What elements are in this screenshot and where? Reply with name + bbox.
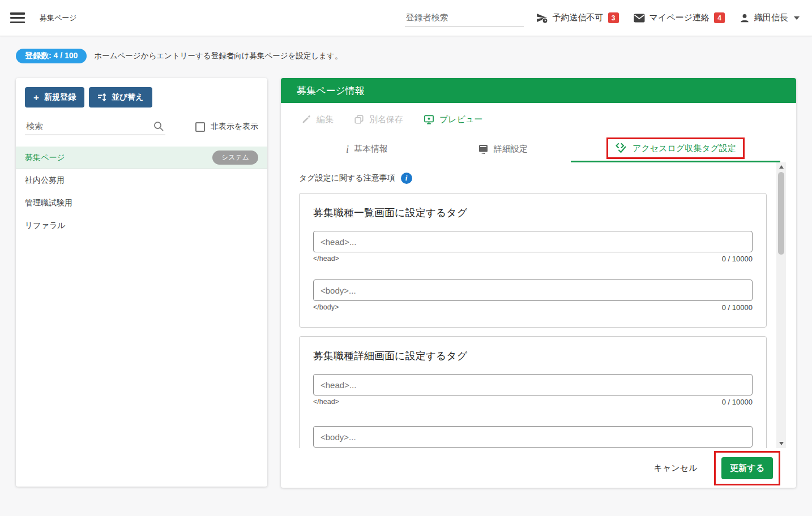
pencil-icon <box>301 114 311 124</box>
preview-label: プレビュー <box>439 114 482 125</box>
page-subheader: 登録数: 4 / 100 ホームページからエントリーする登録者向け募集ページを設… <box>0 36 812 63</box>
panel-title-bar: 募集ページ情報 <box>281 78 796 103</box>
section-title: 募集職種一覧画面に設定するタグ <box>313 206 753 220</box>
top-navbar: 募集ページ 予約送信不可 3 マイページ連絡 4 織田信長 <box>0 0 812 36</box>
mail-icon <box>634 14 645 23</box>
head-tag-input[interactable] <box>313 374 753 395</box>
info-icon[interactable]: i <box>401 173 412 184</box>
show-hidden-toggle[interactable]: 非表示を表示 <box>195 122 258 135</box>
mypage-contact-count-badge: 4 <box>714 12 725 23</box>
scrollbar-thumb[interactable] <box>778 172 784 255</box>
schedule-send-icon <box>536 12 548 24</box>
new-registration-label: 新規登録 <box>44 92 76 102</box>
scrollbar-up-arrow[interactable] <box>776 162 786 171</box>
list-item-manager-exam[interactable]: 管理職試験用 <box>16 192 267 214</box>
undeliverable-count-badge: 3 <box>608 12 619 23</box>
info-italic-icon: i <box>346 144 349 154</box>
recruit-page-info-panel: 募集ページ情報 編集 別名保存 プレビュー <box>281 78 796 488</box>
list-item-label: リファラル <box>25 221 66 231</box>
update-button[interactable]: 更新する <box>721 457 773 479</box>
list-item-label: 社内公募用 <box>25 175 65 186</box>
body-tag-input[interactable] <box>313 426 753 448</box>
nav-item-undeliverable[interactable]: 予約送信不可 3 <box>536 12 619 24</box>
tag-section-detail-screen: 募集職種詳細画面に設定するタグ </head> 0 / 10000 <box>299 336 767 448</box>
content-area: + 新規登録 並び替え <box>0 63 812 488</box>
new-registration-button[interactable]: + 新規登録 <box>25 87 84 108</box>
sort-button[interactable]: 並び替え <box>89 87 152 108</box>
edit-label: 編集 <box>317 114 334 125</box>
tab-detail-settings[interactable]: 詳細設定 <box>435 136 571 162</box>
list-item-referral[interactable]: リファラル <box>16 214 267 237</box>
head-close-tag-label: </head> <box>313 398 339 408</box>
red-annotation-box-update: 更新する <box>714 451 780 485</box>
head-tag-input[interactable] <box>313 231 753 252</box>
sidebar-controls: + 新規登録 並び替え <box>16 87 267 135</box>
chevron-down-icon <box>794 16 800 20</box>
head-tag-field: </head> 0 / 10000 <box>313 374 753 408</box>
tab-access-log-tag-settings[interactable]: アクセスログ収集タグ設定 <box>571 136 780 162</box>
save-as-label: 別名保存 <box>369 114 403 125</box>
list-item-label: 管理職試験用 <box>25 198 72 208</box>
plus-icon: + <box>33 93 39 102</box>
body-close-tag-label: </body> <box>313 303 339 313</box>
head-tag-field: </head> 0 / 10000 <box>313 231 753 265</box>
body-tag-input[interactable] <box>313 280 753 301</box>
copy-icon <box>354 114 364 124</box>
red-annotation-box-tab: アクセスログ収集タグ設定 <box>606 137 745 159</box>
save-as-button[interactable]: 別名保存 <box>354 114 403 125</box>
edit-button[interactable]: 編集 <box>301 114 334 125</box>
scrollbar-down-arrow[interactable] <box>776 439 786 448</box>
body-tag-field: </body> 0 / 10000 <box>313 280 753 313</box>
navbar-right-cluster: 予約送信不可 3 マイページ連絡 4 織田信長 <box>536 12 800 24</box>
char-counter: 0 / 10000 <box>722 398 753 408</box>
user-menu[interactable]: 織田信長 <box>740 12 800 23</box>
sidebar-search <box>25 118 165 135</box>
sort-button-label: 並び替え <box>112 92 144 102</box>
panel-footer: キャンセル 更新する <box>281 448 796 488</box>
tab-bar: i 基本情報 詳細設定 アクセスログ収集タグ設定 <box>281 136 796 162</box>
preview-button[interactable]: プレビュー <box>424 114 482 125</box>
registrant-search <box>405 9 524 27</box>
head-close-tag-label: </head> <box>313 255 339 265</box>
cancel-button[interactable]: キャンセル <box>654 463 698 474</box>
tag-notice-label: タグ設定に関する注意事項 <box>299 173 395 183</box>
sort-icon <box>97 93 106 102</box>
app-title: 募集ページ <box>40 13 77 23</box>
code-check-icon <box>615 142 627 154</box>
page-list-sidebar: + 新規登録 並び替え <box>16 78 267 487</box>
system-badge: システム <box>212 150 258 165</box>
person-icon <box>740 13 750 23</box>
char-counter: 0 / 10000 <box>722 255 753 265</box>
list-item-internal-posting[interactable]: 社内公募用 <box>16 169 267 192</box>
tab-basic-info[interactable]: i 基本情報 <box>299 136 435 162</box>
web-asset-icon <box>478 144 489 154</box>
page-list: 募集ページ システム 社内公募用 管理職試験用 リファラル <box>16 147 267 237</box>
body-tag-field <box>313 426 753 448</box>
nav-item-mypage-contact[interactable]: マイページ連絡 4 <box>634 12 725 23</box>
nav-item-label: 予約送信不可 <box>553 12 604 23</box>
user-name: 織田信長 <box>754 12 788 23</box>
vertical-scrollbar[interactable] <box>776 162 786 448</box>
char-counter: 0 / 10000 <box>722 303 753 313</box>
sidebar-search-input[interactable] <box>25 118 165 135</box>
list-item-recruit-page[interactable]: 募集ページ システム <box>16 147 267 169</box>
show-hidden-label: 非表示を表示 <box>211 122 258 132</box>
tag-notice-row: タグ設定に関する注意事項 i <box>299 173 767 184</box>
list-item-label: 募集ページ <box>25 153 65 163</box>
monitor-preview-icon <box>424 114 434 125</box>
nav-item-label: マイページ連絡 <box>649 12 710 23</box>
tab-content-scroll-area: タグ設定に関する注意事項 i 募集職種一覧画面に設定するタグ </head> 0… <box>281 162 796 448</box>
hamburger-menu-icon[interactable] <box>10 12 25 23</box>
tab-label: 基本情報 <box>354 144 388 154</box>
panel-title: 募集ページ情報 <box>297 84 365 97</box>
tag-section-list-screen: 募集職種一覧画面に設定するタグ </head> 0 / 10000 </body… <box>299 193 767 328</box>
page-description: ホームページからエントリーする登録者向け募集ページを設定します。 <box>94 51 342 61</box>
tab-label: 詳細設定 <box>494 144 528 154</box>
search-icon[interactable] <box>153 121 164 132</box>
tab-label: アクセスログ収集タグ設定 <box>632 143 736 154</box>
panel-toolbar: 編集 別名保存 プレビュー <box>281 103 796 136</box>
section-title: 募集職種詳細画面に設定するタグ <box>313 349 753 363</box>
registration-count-badge: 登録数: 4 / 100 <box>16 49 87 63</box>
registrant-search-input[interactable] <box>405 9 524 27</box>
show-hidden-checkbox[interactable] <box>195 122 205 132</box>
